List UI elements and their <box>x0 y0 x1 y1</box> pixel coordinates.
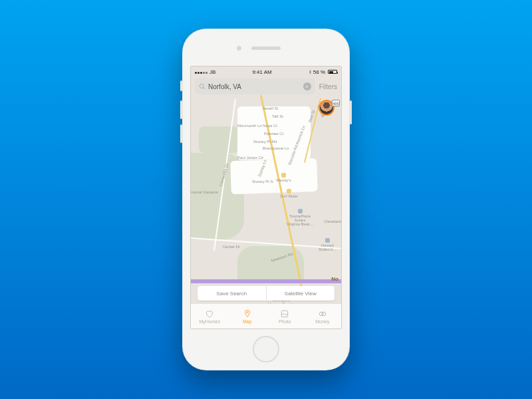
battery-icon <box>328 70 337 74</box>
volume-down <box>180 124 182 143</box>
tab-photo[interactable]: Photo <box>266 304 304 329</box>
highway <box>191 279 341 283</box>
street-label: morial Gardens <box>191 190 218 194</box>
poi-wendys[interactable]: Wendy's <box>276 173 291 182</box>
street-label: Taft St <box>272 114 283 118</box>
street-label: Stoney Pt S <box>252 180 273 184</box>
street-label: Brandywine Ln <box>263 146 289 150</box>
poi-towneplace[interactable]: TownePlace Suites Virginia Beac... <box>287 209 313 226</box>
search-input[interactable]: Norfolk, VA ✕ <box>195 78 315 94</box>
tab-money[interactable]: Money <box>304 304 342 329</box>
highway-label: No <box>331 276 338 282</box>
volume-up <box>180 100 182 119</box>
pin-icon <box>243 309 252 319</box>
search-value: Norfolk, VA <box>208 83 241 90</box>
street-label: Napa Ct <box>263 124 277 128</box>
carrier-label: JB <box>209 69 215 75</box>
satellite-view-button[interactable]: Satellite View <box>267 286 335 301</box>
street-label: Monmouth Ln <box>237 124 262 128</box>
svg-point-0 <box>200 84 203 88</box>
svg-point-2 <box>247 311 248 313</box>
poi-home2[interactable]: Home2 Suites b... <box>319 238 336 251</box>
earpiece <box>251 47 281 50</box>
power-button <box>350 100 352 124</box>
svg-rect-3 <box>282 311 288 317</box>
status-bar: JB 9:41 AM ᚼ 58 % <box>191 66 341 77</box>
tab-bar: MyHomes Map Photo Money <box>191 303 341 329</box>
battery-label: 58 % <box>313 69 325 75</box>
app-screen: JB 9:41 AM ᚼ 58 % Norfolk, VA ✕ Filters <box>190 66 342 329</box>
filters-button[interactable]: Filters <box>319 83 337 90</box>
poi-surfrider[interactable]: Surf Rider <box>280 189 298 198</box>
clear-search-button[interactable]: ✕ <box>303 82 311 90</box>
clock: 9:41 AM <box>252 69 271 75</box>
street-label: Pawnee Ct <box>264 132 283 136</box>
heart-icon <box>205 309 214 319</box>
phone-device: JB 9:41 AM ᚼ 58 % Norfolk, VA ✕ Filters <box>182 29 350 370</box>
street-label: Paul Jones Cir <box>237 156 263 160</box>
save-search-button[interactable]: Save Search <box>198 286 267 301</box>
svg-point-5 <box>322 312 326 316</box>
front-camera <box>237 46 241 51</box>
tab-map[interactable]: Map <box>229 304 267 329</box>
photo-icon <box>280 309 289 319</box>
search-icon <box>199 83 205 90</box>
bluetooth-icon: ᚼ <box>309 69 312 75</box>
home-button[interactable] <box>253 336 279 362</box>
street-label: Center Dr <box>223 245 240 249</box>
signal-dots-icon <box>195 69 208 75</box>
mute-switch <box>180 80 182 91</box>
money-icon <box>318 309 327 319</box>
map-action-bar: Save Search Satellite View <box>198 286 334 301</box>
street-label: Stoney Pt Rd <box>253 140 277 144</box>
street-label: Cleveland <box>324 219 342 223</box>
search-row: Norfolk, VA ✕ Filters <box>195 78 337 94</box>
svg-line-1 <box>203 88 205 90</box>
tab-myhomes[interactable]: MyHomes <box>191 304 229 329</box>
route-shield: 405 <box>332 100 340 106</box>
street-label: Newill St <box>263 106 278 110</box>
